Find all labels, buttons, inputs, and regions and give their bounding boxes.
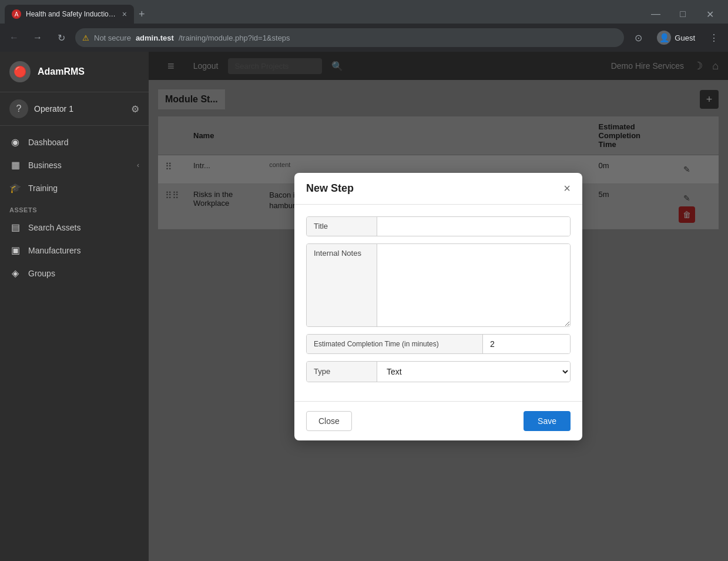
- back-button[interactable]: ←: [5, 28, 24, 47]
- extension-icon[interactable]: ⊙: [629, 28, 648, 47]
- tab-favicon: A: [12, 9, 21, 19]
- sidebar-header: 🔴 AdamRMS: [0, 52, 149, 92]
- internal-notes-form-row: Internal Notes: [306, 243, 571, 327]
- sidebar-item-training[interactable]: 🎓 Training: [0, 176, 149, 199]
- modal-title: New Step: [306, 182, 354, 195]
- groups-icon: ◈: [9, 268, 21, 279]
- profile-avatar: 👤: [657, 31, 671, 45]
- security-label: Not secure: [94, 34, 131, 42]
- manufacturers-icon: ▣: [9, 245, 21, 256]
- est-time-form-row: Estimated Completion Time (in minutes): [306, 334, 571, 354]
- business-icon: ▦: [9, 159, 21, 171]
- sidebar-item-label: Groups: [28, 269, 55, 278]
- sidebar-item-business[interactable]: ▦ Business ‹: [0, 153, 149, 176]
- main-content: ≡ Logout 🔍 Demo Hire Services ☽ ⌂ Module…: [149, 52, 728, 561]
- modal-body: Title Internal Notes Estimated Completio…: [294, 205, 582, 401]
- url-domain: admin.test: [136, 34, 174, 42]
- sidebar-item-groups[interactable]: ◈ Groups: [0, 262, 149, 285]
- sidebar-item-label: Manufacturers: [28, 246, 80, 255]
- new-tab-button[interactable]: +: [134, 8, 150, 21]
- profile-button[interactable]: 👤 Guest: [652, 28, 700, 47]
- title-label: Title: [307, 217, 377, 236]
- title-input[interactable]: [377, 217, 570, 236]
- tab-title: Health and Safety Induction | Ad...: [26, 10, 118, 18]
- est-time-input[interactable]: [483, 335, 571, 353]
- chevron-icon: ‹: [137, 161, 139, 169]
- type-form-row: Type Text Video Quiz File: [306, 361, 571, 382]
- sidebar-logo: 🔴: [9, 61, 31, 82]
- profile-name: Guest: [675, 34, 695, 42]
- address-bar[interactable]: ⚠ Not secure admin.test/training/module.…: [75, 28, 624, 47]
- browser-chrome: A Health and Safety Induction | Ad... × …: [0, 0, 728, 52]
- search-assets-icon: ▤: [9, 222, 21, 233]
- forward-button[interactable]: →: [28, 28, 47, 47]
- internal-notes-label: Internal Notes: [307, 244, 377, 326]
- sidebar-user: ? Operator 1 ⚙: [0, 92, 149, 126]
- browser-menu-icon[interactable]: ⋮: [704, 28, 723, 47]
- modal-header: New Step ×: [294, 173, 582, 205]
- internal-notes-textarea[interactable]: [377, 244, 570, 326]
- new-step-modal: New Step × Title Internal Notes: [294, 173, 582, 440]
- sidebar-item-dashboard[interactable]: ◉ Dashboard: [0, 131, 149, 153]
- assets-section-label: ASSETS: [0, 199, 149, 216]
- est-time-label: Estimated Completion Time (in minutes): [307, 335, 483, 353]
- tab-close-btn[interactable]: ×: [122, 9, 127, 19]
- close-button[interactable]: Close: [306, 411, 352, 431]
- sidebar-item-manufacturers[interactable]: ▣ Manufacturers: [0, 239, 149, 262]
- sidebar-item-label: Training: [28, 183, 58, 193]
- refresh-button[interactable]: ↻: [52, 28, 71, 47]
- user-help-icon: ?: [9, 99, 28, 118]
- modal-close-button[interactable]: ×: [563, 182, 571, 194]
- security-icon: ⚠: [82, 34, 89, 42]
- type-select[interactable]: Text Video Quiz File: [377, 362, 570, 382]
- sidebar-item-label: Dashboard: [28, 138, 69, 147]
- close-button[interactable]: ✕: [696, 5, 723, 24]
- modal-overlay: New Step × Title Internal Notes: [149, 52, 728, 561]
- save-button[interactable]: Save: [524, 411, 571, 431]
- sidebar-item-search-assets[interactable]: ▤ Search Assets: [0, 216, 149, 239]
- dashboard-icon: ◉: [9, 136, 21, 148]
- minimize-button[interactable]: —: [642, 5, 669, 24]
- sidebar: 🔴 AdamRMS ? Operator 1 ⚙ ◉ Dashboard ▦ B…: [0, 52, 149, 561]
- sidebar-item-label: Business: [28, 161, 62, 170]
- modal-footer: Close Save: [294, 401, 582, 440]
- type-label: Type: [307, 362, 377, 382]
- user-name: Operator 1: [34, 104, 125, 113]
- training-icon: 🎓: [9, 182, 21, 193]
- browser-toolbar: ← → ↻ ⚠ Not secure admin.test/training/m…: [0, 24, 728, 52]
- nav-items: ◉ Dashboard ▦ Business ‹ 🎓 Training ASSE…: [0, 126, 149, 289]
- sidebar-brand: AdamRMS: [38, 66, 85, 77]
- maximize-button[interactable]: □: [669, 5, 696, 24]
- sidebar-item-label: Search Assets: [28, 223, 81, 232]
- title-form-row: Title: [306, 216, 571, 236]
- url-path: /training/module.php?id=1&steps: [179, 34, 290, 42]
- user-settings-icon[interactable]: ⚙: [131, 103, 139, 115]
- browser-tab[interactable]: A Health and Safety Induction | Ad... ×: [5, 5, 134, 24]
- app-layout: 🔴 AdamRMS ? Operator 1 ⚙ ◉ Dashboard ▦ B…: [0, 52, 728, 561]
